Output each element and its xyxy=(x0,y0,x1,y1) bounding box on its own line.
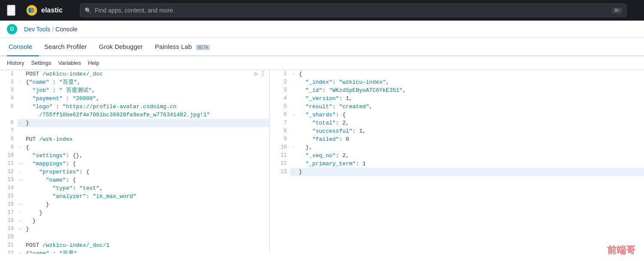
code-line: 14 "type": "text", xyxy=(0,184,269,192)
right-output-panel: 1 - { 2 "_index": "wzkicu-index", 3 "_id… xyxy=(270,70,644,254)
output-line: 2 "_index": "wzkicu-index", xyxy=(270,78,644,86)
left-editor-panel[interactable]: 1 POST /wzkicu-index/_doc ▷ ⋮ 2 - {"name… xyxy=(0,70,270,254)
output-line: 6 - "_shards": { xyxy=(270,111,644,119)
toolbar: History Settings Variables Help xyxy=(0,56,644,70)
code-line: 3 "job" : " 百度测试", xyxy=(0,86,269,94)
output-line: 1 - { xyxy=(270,70,644,78)
code-line: 21 POST /wzkicu-index/_doc/1 xyxy=(0,241,269,249)
code-line: 6 - } xyxy=(0,119,269,127)
beta-badge: BETA xyxy=(196,45,210,50)
tab-bar: Console Search Profiler Grok Debugger Pa… xyxy=(0,38,644,56)
code-line: 8 PUT /wzk-index xyxy=(0,135,269,143)
more-button[interactable]: ⋮ xyxy=(260,70,266,78)
variables-button[interactable]: Variables xyxy=(58,60,81,66)
code-line: 7 xyxy=(0,127,269,135)
tab-search-profiler[interactable]: Search Profiler xyxy=(43,38,94,56)
breadcrumb-parent[interactable]: Dev Tools xyxy=(24,26,50,33)
output-line: 4 "_version": 1, xyxy=(270,94,644,103)
code-line: 4 "payment" : "20000", xyxy=(0,94,269,103)
code-line: 9 - { xyxy=(0,143,269,152)
settings-button[interactable]: Settings xyxy=(31,60,51,66)
output-line: 8 "successful": 1, xyxy=(270,127,644,135)
output-line: 9 "failed": 0 xyxy=(270,135,644,143)
top-nav: ☰ elastic 🔍 Find apps, content, and more… xyxy=(0,0,644,21)
code-line: 22 - {"name" : "百度" xyxy=(0,249,269,254)
tab-console[interactable]: Console xyxy=(7,38,39,56)
code-line: 20 xyxy=(0,233,269,241)
code-line: 13 - "name": { xyxy=(0,176,269,184)
search-icon: 🔍 xyxy=(85,7,91,14)
output-line: 5 "result": "created", xyxy=(270,103,644,111)
code-line: 15 "analyzer": "ik_max_word" xyxy=(0,192,269,200)
code-line: 19 - } xyxy=(0,225,269,233)
code-line: 10 "settings": {}, xyxy=(0,152,269,160)
help-button[interactable]: Help xyxy=(88,60,100,66)
code-line: 16 - } xyxy=(0,200,269,209)
code-line: 18 - } xyxy=(0,217,269,225)
run-button[interactable]: ▷ xyxy=(255,70,258,78)
code-line: /755ff10be62f4e7081bc36028fa9eafe_w77634… xyxy=(0,111,269,119)
code-line: 12 - "properties": { xyxy=(0,168,269,176)
breadcrumb-bar: D Dev Tools / Console xyxy=(0,21,644,38)
output-line: 3 "_id": "WKzdSpEByoATC6YkE351", xyxy=(270,86,644,94)
code-line: 2 - {"name" : "百度", xyxy=(0,78,269,86)
output-line: 11 "_seq_no": 2, xyxy=(270,152,644,160)
output-line: 7 "total": 2, xyxy=(270,119,644,127)
history-button[interactable]: History xyxy=(7,60,24,66)
output-line: 13 - } xyxy=(270,168,644,176)
output-line: 10 - }, xyxy=(270,143,644,152)
global-search-bar[interactable]: 🔍 Find apps, content, and more. ⌘/ xyxy=(80,3,627,17)
elastic-logo: elastic xyxy=(26,4,63,16)
editor-area: 1 POST /wzkicu-index/_doc ▷ ⋮ 2 - {"name… xyxy=(0,70,644,254)
tab-grok-debugger[interactable]: Grok Debugger xyxy=(97,38,150,56)
code-line: 1 POST /wzkicu-index/_doc ▷ ⋮ xyxy=(0,70,269,78)
hamburger-button[interactable]: ☰ xyxy=(7,5,15,16)
code-line: 5 "logo" : "https://profile-avatar.csdni… xyxy=(0,103,269,111)
code-line: 17 - } xyxy=(0,209,269,217)
output-line: 12 "_primary_term": 1 xyxy=(270,160,644,168)
code-line: 11 - "mappings": { xyxy=(0,160,269,168)
breadcrumb-current: Console xyxy=(55,26,77,33)
elastic-logo-icon xyxy=(26,4,38,16)
search-placeholder: Find apps, content, and more. xyxy=(95,7,175,14)
search-shortcut: ⌘/ xyxy=(612,7,622,14)
app-name: elastic xyxy=(41,6,63,14)
svg-point-3 xyxy=(28,8,30,13)
tab-painless-lab[interactable]: Painless Lab BETA xyxy=(153,38,217,56)
breadcrumb-separator: / xyxy=(52,26,54,33)
avatar: D xyxy=(7,24,17,34)
